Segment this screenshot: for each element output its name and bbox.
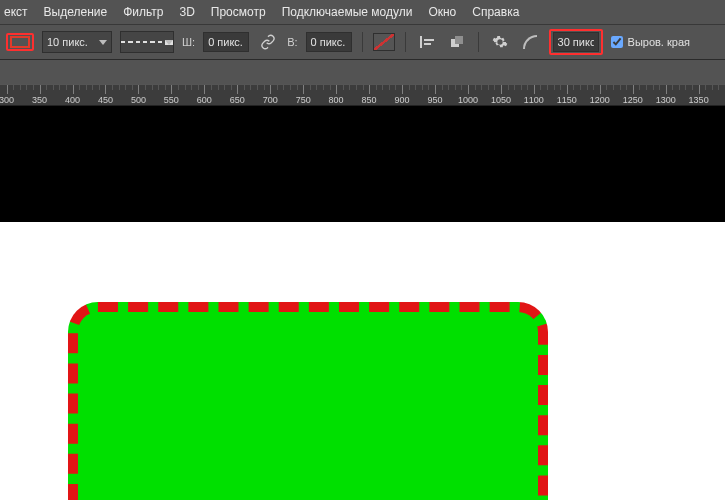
options-bar: 10 пикс. Ш: В: Выров. края — [0, 24, 725, 60]
tab-area — [0, 60, 725, 84]
menu-3d[interactable]: 3D — [179, 5, 194, 19]
ruler-tick-label: 850 — [362, 95, 377, 105]
ruler-tick-label: 1100 — [524, 95, 544, 105]
menu-bar: екст Выделение Фильтр 3D Просмотр Подклю… — [0, 0, 725, 24]
ruler-tick-label: 1350 — [689, 95, 709, 105]
menu-window[interactable]: Окно — [428, 5, 456, 19]
height-label: В: — [287, 36, 297, 48]
ruler-tick-label: 900 — [395, 95, 410, 105]
ruler-tick-label: 450 — [98, 95, 113, 105]
svg-rect-1 — [424, 39, 434, 41]
stroke-style-dropdown[interactable] — [120, 31, 174, 53]
ruler-tick-label: 650 — [230, 95, 245, 105]
document-dark-area: 3003504004505005506006507007508008509009… — [0, 84, 725, 222]
ruler-tick-label: 1300 — [656, 95, 676, 105]
corner-radius-icon — [519, 31, 541, 53]
chevron-down-icon — [165, 40, 173, 45]
fill-swatch — [373, 33, 395, 51]
svg-rect-4 — [455, 36, 463, 44]
ruler-tick-label: 1050 — [491, 95, 511, 105]
height-input[interactable] — [306, 32, 352, 52]
ruler-tick-label: 700 — [263, 95, 278, 105]
pasteboard — [0, 106, 725, 222]
ruler-tick-label: 300 — [0, 95, 14, 105]
stroke-color-swatch[interactable] — [10, 36, 30, 48]
fill-swatch-button[interactable] — [373, 31, 395, 53]
align-edges-checkbox[interactable]: Выров. края — [611, 36, 690, 48]
gear-icon[interactable] — [489, 31, 511, 53]
menu-plugins[interactable]: Подключаемые модули — [282, 5, 413, 19]
horizontal-ruler[interactable]: 3003504004505005506006507007508008509009… — [0, 84, 725, 106]
radius-highlight — [549, 29, 603, 55]
ruler-tick-label: 800 — [329, 95, 344, 105]
ruler-tick-label: 1000 — [458, 95, 478, 105]
path-arrange-icon[interactable] — [446, 31, 468, 53]
menu-filter[interactable]: Фильтр — [123, 5, 163, 19]
menu-text[interactable]: екст — [4, 5, 28, 19]
ruler-tick-label: 1150 — [557, 95, 577, 105]
menu-select[interactable]: Выделение — [44, 5, 108, 19]
align-edges-label: Выров. края — [628, 36, 690, 48]
link-icon[interactable] — [257, 31, 279, 53]
stroke-width-dropdown[interactable]: 10 пикс. — [42, 31, 112, 53]
stroke-width-value: 10 пикс. — [47, 36, 95, 48]
ruler-tick-label: 400 — [65, 95, 80, 105]
width-label: Ш: — [182, 36, 195, 48]
rounded-rectangle-shape[interactable] — [68, 302, 548, 500]
stroke-color-highlight — [6, 33, 34, 51]
svg-rect-2 — [424, 43, 431, 45]
svg-rect-0 — [420, 36, 422, 48]
separator — [362, 32, 363, 52]
ruler-tick-label: 1200 — [590, 95, 610, 105]
canvas[interactable] — [0, 222, 725, 500]
corner-radius-input[interactable] — [553, 32, 599, 52]
width-input[interactable] — [203, 32, 249, 52]
menu-view[interactable]: Просмотр — [211, 5, 266, 19]
ruler-tick-label: 600 — [197, 95, 212, 105]
menu-help[interactable]: Справка — [472, 5, 519, 19]
ruler-tick-label: 550 — [164, 95, 179, 105]
ruler-tick-label: 350 — [32, 95, 47, 105]
ruler-tick-label: 750 — [296, 95, 311, 105]
path-align-icon[interactable] — [416, 31, 438, 53]
align-edges-input[interactable] — [611, 36, 623, 48]
ruler-tick-label: 1250 — [623, 95, 643, 105]
ruler-tick-label: 500 — [131, 95, 146, 105]
separator — [405, 32, 406, 52]
ruler-tick-label: 950 — [427, 95, 442, 105]
separator — [478, 32, 479, 52]
chevron-down-icon — [99, 40, 107, 45]
